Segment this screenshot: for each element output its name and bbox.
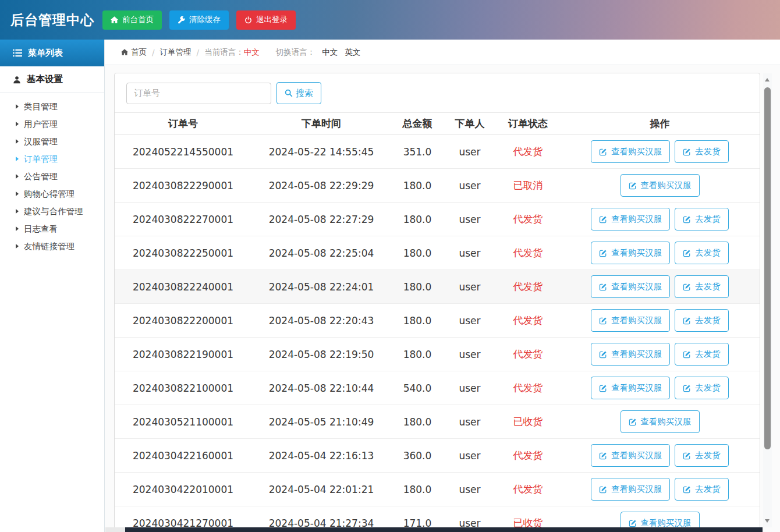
breadcrumb-home-link[interactable]: 首页 [121, 47, 147, 58]
amount-cell: 351.0 [391, 135, 444, 169]
col-buyer: 下单人 [444, 113, 496, 135]
frontend-home-button[interactable]: 前台首页 [102, 10, 162, 30]
caret-right-icon [16, 226, 19, 231]
view-purchased-hanfu-button[interactable]: 查看购买汉服 [591, 309, 670, 332]
table-row: 20240308222000012024-05-08 22:20:43180.0… [115, 304, 760, 338]
view-purchased-hanfu-button[interactable]: 查看购买汉服 [591, 478, 670, 501]
status-cell: 代发货 [496, 338, 560, 371]
view-purchased-hanfu-button[interactable]: 查看购买汉服 [591, 208, 670, 230]
view-purchased-hanfu-button[interactable]: 查看购买汉服 [591, 275, 670, 298]
scroll-up-arrow-icon[interactable] [765, 78, 770, 81]
breadcrumb-current: 订单管理 [160, 47, 192, 58]
vertical-scrollbar[interactable] [763, 73, 772, 527]
vertical-scrollbar-thumb[interactable] [764, 87, 771, 449]
sidebar-item-order[interactable]: 订单管理 [0, 150, 104, 168]
table-row: 20240305211000012024-05-05 21:10:49180.0… [115, 405, 760, 439]
order-time-cell: 2024-05-08 22:27:29 [251, 203, 391, 236]
caret-right-icon [16, 191, 19, 196]
status-cell: 代发货 [496, 439, 560, 473]
view-purchased-hanfu-button[interactable]: 查看购买汉服 [621, 174, 700, 197]
view-purchased-hanfu-button[interactable]: 查看购买汉服 [591, 377, 670, 399]
view-purchased-hanfu-button[interactable]: 查看购买汉服 [591, 140, 670, 163]
ship-order-button[interactable]: 去发货 [675, 208, 729, 230]
action-button-label: 去发货 [695, 484, 721, 495]
edit-icon [599, 148, 607, 156]
buyer-cell: user [444, 203, 496, 236]
status-cell: 已收货 [496, 405, 560, 439]
language-option-chinese[interactable]: 中文 [322, 47, 338, 58]
top-header-bar: 后台管理中心 前台首页 清除缓存 退出登录 [0, 0, 780, 40]
action-button-label: 查看购买汉服 [611, 484, 662, 495]
view-purchased-hanfu-button[interactable]: 查看购买汉服 [591, 444, 670, 467]
caret-right-icon [16, 157, 19, 161]
switch-language-label: 切换语言： [276, 47, 315, 58]
actions-cell: 查看购买汉服去发货 [560, 473, 760, 506]
order-time-cell: 2024-05-08 22:20:43 [251, 304, 391, 338]
current-language-value: 中文 [244, 47, 260, 58]
amount-cell: 180.0 [391, 270, 444, 304]
sidebar-section-label: 基本设置 [27, 73, 63, 86]
sidebar: 菜单列表 基本设置 类目管理用户管理汉服管理订单管理公告管理购物心得管理建议与合… [0, 40, 105, 532]
order-time-cell: 2024-05-05 21:10:49 [251, 405, 391, 439]
actions-cell: 查看购买汉服去发货 [560, 439, 760, 473]
logout-button[interactable]: 退出登录 [236, 10, 296, 30]
order-time-cell: 2024-05-22 14:55:45 [251, 135, 391, 169]
table-row: 20240308221000012024-05-08 22:10:44540.0… [115, 371, 760, 405]
ship-order-button[interactable]: 去发货 [675, 242, 729, 264]
edit-icon [599, 283, 607, 291]
sidebar-item-friend-links[interactable]: 友情链接管理 [0, 237, 104, 255]
ship-order-button[interactable]: 去发货 [675, 444, 729, 467]
order-number-search-input[interactable] [126, 83, 271, 104]
sidebar-item-suggestions[interactable]: 建议与合作管理 [0, 203, 104, 220]
view-purchased-hanfu-button[interactable]: 查看购买汉服 [621, 410, 700, 433]
view-purchased-hanfu-button[interactable]: 查看购买汉服 [591, 343, 670, 366]
table-row: 20240308222400012024-05-08 22:24:01180.0… [115, 270, 760, 304]
action-button-label: 查看购买汉服 [611, 382, 662, 393]
edit-icon [599, 485, 607, 494]
action-button-label: 去发货 [695, 281, 721, 292]
order-number-cell: 2024030822190001 [115, 338, 251, 371]
ship-order-button[interactable]: 去发货 [675, 478, 729, 501]
clear-cache-label: 清除缓存 [189, 15, 221, 25]
ship-order-button[interactable]: 去发货 [675, 275, 729, 298]
breadcrumb: 首页 / 订单管理 / 当前语言： 中文 切换语言： 中文 英文 [105, 40, 780, 65]
sidebar-section-basic-settings[interactable]: 基本设置 [0, 66, 104, 93]
status-cell: 代发货 [496, 236, 560, 270]
actions-cell: 查看购买汉服去发货 [560, 304, 760, 338]
person-icon [13, 76, 21, 84]
caret-right-icon [16, 122, 19, 126]
amount-cell: 180.0 [391, 473, 444, 506]
clear-cache-button[interactable]: 清除缓存 [169, 10, 229, 30]
amount-cell: 540.0 [391, 371, 444, 405]
horizontal-scrollbar[interactable] [105, 527, 763, 532]
sidebar-item-category[interactable]: 类目管理 [0, 98, 104, 115]
ship-order-button[interactable]: 去发货 [675, 140, 729, 163]
search-button[interactable]: 搜索 [276, 82, 321, 104]
buyer-cell: user [444, 473, 496, 506]
table-row: 20240304220100012024-05-04 22:01:21180.0… [115, 473, 760, 506]
amount-cell: 180.0 [391, 338, 444, 371]
scroll-down-arrow-icon[interactable] [765, 519, 770, 523]
view-purchased-hanfu-button[interactable]: 查看购买汉服 [591, 242, 670, 264]
order-number-cell: 2024030422160001 [115, 439, 251, 473]
ship-order-button[interactable]: 去发货 [675, 343, 729, 366]
edit-icon [683, 452, 691, 460]
amount-cell: 360.0 [391, 439, 444, 473]
sidebar-item-user[interactable]: 用户管理 [0, 115, 104, 133]
caret-right-icon [16, 139, 19, 144]
ship-order-button[interactable]: 去发货 [675, 309, 729, 332]
sidebar-item-label: 建议与合作管理 [24, 206, 83, 217]
horizontal-scrollbar-thumb[interactable] [125, 527, 763, 532]
amount-cell: 180.0 [391, 236, 444, 270]
sidebar-item-shopping-notes[interactable]: 购物心得管理 [0, 185, 104, 203]
order-number-cell: 2024052214550001 [115, 135, 251, 169]
ship-order-button[interactable]: 去发货 [675, 377, 729, 399]
breadcrumb-separator-2: / [197, 48, 200, 57]
sidebar-item-hanfu[interactable]: 汉服管理 [0, 133, 104, 150]
sidebar-item-logs[interactable]: 日志查看 [0, 220, 104, 237]
action-button-label: 去发货 [695, 349, 721, 360]
language-option-english[interactable]: 英文 [345, 47, 360, 58]
action-button-label: 去发货 [695, 214, 721, 225]
sidebar-item-announcement[interactable]: 公告管理 [0, 168, 104, 185]
wrench-icon [178, 16, 185, 24]
